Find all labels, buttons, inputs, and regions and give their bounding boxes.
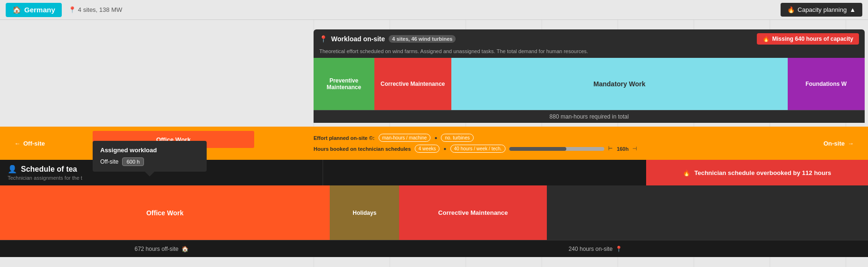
pill-hours-week[interactable]: 40 hours / week / tech. [450,145,506,153]
hours-bar-inner [509,147,566,151]
hours-label: Hours booked on technician schedules [314,146,411,152]
missing-capacity-label: Missing 640 hours of capacity [772,36,853,42]
flame-icon2: 🔥 [683,169,690,176]
bar-foundations[interactable]: Foundations W [788,58,865,110]
schedule-title-label: Schedule of tea [21,165,77,174]
workload-title-label: Workload on-site [331,35,385,43]
person-icon: 👤 [8,165,17,174]
chevron-up-icon: ▲ [849,6,856,13]
overbooked-label: Technician schedule overbooked by 112 ho… [694,169,831,176]
workload-panel: 📍 Workload on-site 4 sites, 46 wind turb… [314,29,865,123]
tooltip-row: Off-site 600 h [100,157,199,166]
top-bar: 🏠 Germany 📍 4 sites, 138 MW 🔥 Capacity p… [0,0,868,20]
schedule-footer: 672 hours off-site 🏠 240 hours on-site 📍 [0,240,868,257]
footer-offsite-label: 672 hours off-site [134,246,179,252]
effort-label: Effort planned on-site ©: [314,135,375,141]
tooltip-arrow [145,172,154,176]
missing-capacity-button[interactable]: 🔥 Missing 640 hours of capacity [757,33,859,45]
sched-bar-corrective[interactable]: Corrective Maintenance [399,185,547,240]
bar-corrective[interactable]: Corrective Maintenance [374,58,451,110]
country-label: Germany [24,6,55,14]
pin-icon: 📍 [68,6,76,13]
capacity-planning-button[interactable]: 🔥 Capacity planning ▲ [781,3,862,17]
workload-header: 📍 Workload on-site 4 sites, 46 wind turb… [314,29,865,48]
schedule-bars: Office Work Holidays Corrective Maintena… [0,185,868,240]
timeline-center: Effort planned on-site ©: man-hours / ma… [314,131,865,156]
sched-bar-empty [547,185,868,240]
tooltip-badge: 600 h [122,157,144,166]
bar-mandatory[interactable]: Mandatory Work [451,58,788,110]
sched-bar-holidays[interactable]: Holidays [330,185,399,240]
timeline-onsite-label: On-site → [823,140,854,147]
circle-icon: ● [434,135,437,140]
capacity-planning-label: Capacity planning [798,6,847,13]
pill-turbines[interactable]: no. turbines [441,134,473,142]
effort-row: Effort planned on-site ©: man-hours / ma… [314,134,865,142]
chart-footer: 880 man-hours required in total [314,110,865,123]
workload-subtitle: Theoretical effort scheduled on wind far… [314,48,865,58]
sites-info: 📍 4 sites, 138 MW [68,6,122,13]
sched-bar-office[interactable]: Office Work [0,185,330,240]
tooltip-popup: Assigned workload Off-site 600 h [93,141,207,172]
home-icon: 🏠 [181,246,189,252]
workload-badge: 4 sites, 46 wind turbines [389,35,456,43]
schedule-subtitle: Technician assignments for the t [8,175,315,181]
bar-preventive[interactable]: Preventive Maintenance [314,58,374,110]
arrow-right-icon: → [848,140,854,147]
sites-info-label: 4 sites, 138 MW [78,6,122,13]
footer-onsite-label: 240 hours on-site [569,246,613,252]
hours-bar [509,147,604,151]
flame-icon: 🔥 [763,36,770,42]
footer-onsite: 240 hours on-site 📍 [323,240,868,257]
tooltip-offsite-label: Off-site [100,158,118,165]
pin-icon: 📍 [319,35,327,43]
flame-icon: 🔥 [787,6,795,13]
hour-marker: 160h [617,146,629,152]
hours-row: Hours booked on technician schedules 4 w… [314,145,865,153]
overbooked-banner: 🔥 Technician schedule overbooked by 112 … [646,160,868,185]
pin-icon2: 📍 [615,246,622,252]
pill-man-hours[interactable]: man-hours / machine [379,134,431,142]
footer-offsite: 672 hours off-site 🏠 [0,240,323,257]
pill-weeks[interactable]: 4 weeks [415,145,440,153]
arrow-left-icon: ← [14,140,20,147]
circle-icon2: ● [443,146,446,151]
workload-chart-bars: Preventive Maintenance Corrective Mainte… [314,58,865,110]
tooltip-title: Assigned workload [100,147,199,154]
workload-title: 📍 Workload on-site 4 sites, 46 wind turb… [319,35,456,43]
timeline-offsite-label: ← Off-site [14,140,45,147]
main-content: 📍 Workload on-site 4 sites, 46 wind turb… [0,20,868,267]
germany-button[interactable]: 🏠 Germany [6,3,62,17]
flag-icon: 🏠 [12,6,21,14]
schedule-panel: 👤 Schedule of tea Technician assignments… [0,160,868,257]
